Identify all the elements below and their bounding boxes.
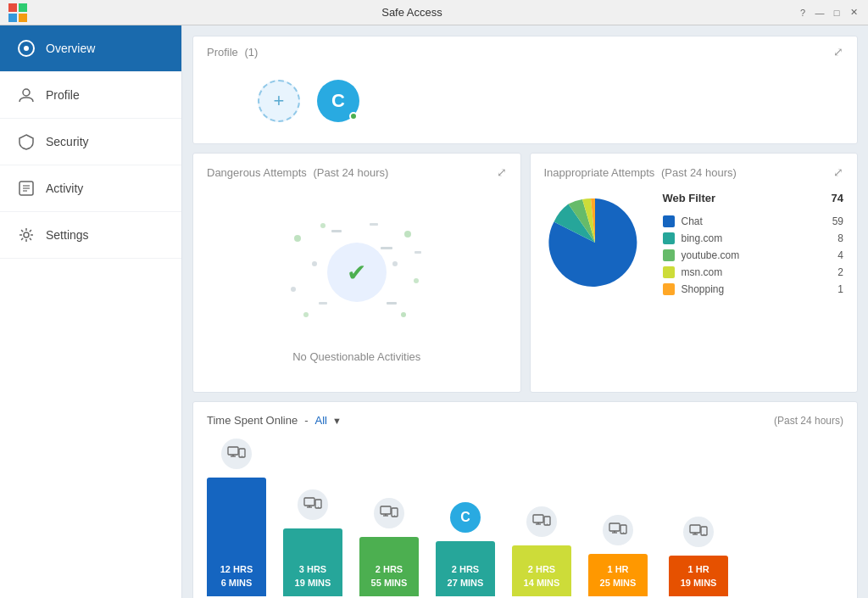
app-layout: Overview Profile Security: [0, 25, 868, 598]
svg-point-14: [312, 261, 317, 266]
sidebar-security-label: Security: [46, 135, 89, 148]
dangerous-chart: ✔ No Questionable Activities: [207, 187, 507, 380]
bar-esdras: 12 HRS 6 MINS: [207, 478, 266, 596]
svg-rect-1: [19, 3, 27, 12]
monitor-tablet-icon: [227, 446, 246, 461]
monitor-tablet-icon-6: [689, 524, 708, 539]
profile-expand-icon[interactable]: ⤢: [833, 45, 843, 59]
svg-rect-47: [609, 523, 620, 531]
legend-item-shopping: Shopping 1: [663, 281, 844, 298]
bar-sirach: 2 HRS 14 MINS: [512, 545, 571, 596]
monitor-tablet-icon-4: [532, 514, 551, 529]
sidebar-activity-label: Activity: [46, 182, 83, 195]
legend-color-bing: [663, 232, 675, 244]
security-icon: [17, 132, 36, 151]
legend-color-youtube: [663, 249, 675, 261]
avatar-children: C: [450, 502, 481, 533]
pie-chart: [544, 192, 646, 293]
profile-title: Profile (1): [207, 46, 258, 59]
legend-item-bing: bing.com 8: [663, 230, 844, 247]
svg-point-5: [24, 46, 29, 51]
time-period-label: (Past 24 hours): [774, 415, 843, 427]
sidebar-item-security[interactable]: Security: [0, 119, 181, 165]
svg-rect-23: [381, 247, 392, 249]
bar-item-iris3-pc: 1 HR 25 MINS IRIS3-PC: [588, 515, 648, 598]
bar-children: 2 HRS 27 MINS: [436, 541, 495, 596]
inappropriate-expand-icon[interactable]: ⤢: [833, 165, 843, 179]
bar-item-sirach: 2 HRS 14 MINS SIRACH: [512, 506, 571, 598]
dangerous-header: Dangerous Attempts (Past 24 hours) ⤢: [207, 165, 507, 179]
device-icon-esdras: [221, 439, 252, 469]
svg-point-13: [320, 223, 326, 228]
device-icon-iris3-pc: [603, 515, 633, 545]
svg-rect-25: [387, 302, 397, 305]
monitor-tablet-icon-2: [303, 497, 322, 512]
dangerous-expand-icon[interactable]: ⤢: [497, 165, 507, 179]
inappropriate-attempts-card: Inappropriate Attempts (Past 24 hours) ⤢: [530, 153, 859, 393]
sidebar-settings-label: Settings: [46, 228, 89, 242]
bar-item-kristys-air: 3 HRS 19 MINS Kristys-Air: [283, 489, 342, 598]
add-profile-button[interactable]: +: [258, 80, 300, 122]
device-icon-e6530: [374, 498, 404, 528]
overview-icon: [17, 39, 36, 58]
svg-point-12: [294, 235, 301, 242]
svg-point-16: [392, 261, 398, 266]
svg-point-19: [303, 312, 309, 317]
legend-color-chat: [663, 215, 675, 227]
bar-item-e6530: 2 HRS 55 MINS e6530: [359, 498, 419, 598]
sidebar-item-settings[interactable]: Settings: [0, 212, 181, 259]
sidebar: Overview Profile Security: [0, 25, 182, 598]
dangerous-title: Dangerous Attempts (Past 24 hours): [207, 166, 388, 179]
minimize-button[interactable]: —: [814, 7, 826, 19]
svg-rect-21: [331, 230, 342, 232]
device-icon-kristys-air: [298, 489, 328, 520]
device-icon-sirach: [526, 506, 557, 537]
monitor-tablet-icon-5: [609, 523, 627, 538]
bar-android-dhcp-12: 1 HR 19 MINS: [669, 556, 728, 596]
bar-e6530: 2 HRS 55 MINS: [359, 537, 419, 596]
bar-item-esdras: 12 HRS 6 MINS esdras: [207, 439, 266, 598]
time-spent-title-filter[interactable]: Time Spent Online - All ▼: [207, 414, 342, 427]
pie-legend: Web Filter 74 Chat 59: [663, 192, 844, 298]
svg-rect-32: [304, 498, 314, 506]
bar-item-android-dhcp-12: 1 HR 19 MINS android-dhcp-12: [665, 517, 732, 598]
time-spent-header: Time Spent Online - All ▼ (Past 24 hours…: [207, 414, 843, 427]
profile-icon: [17, 86, 36, 104]
help-button[interactable]: ?: [797, 7, 809, 19]
app-logo: [8, 3, 27, 22]
legend-item-chat: Chat 59: [663, 213, 844, 230]
svg-point-11: [24, 232, 29, 238]
svg-rect-26: [415, 251, 421, 254]
profile-content: + C: [207, 67, 843, 135]
check-icon: ✔: [347, 259, 366, 287]
sidebar-item-activity[interactable]: Activity: [0, 165, 181, 212]
main-content: Profile (1) ⤢ + C Dangerous Attempts: [182, 25, 868, 598]
sidebar-item-overview[interactable]: Overview: [0, 25, 181, 72]
dropdown-arrow-icon: ▼: [332, 416, 342, 426]
no-activity-circle: ✔: [327, 243, 387, 302]
sidebar-item-profile[interactable]: Profile: [0, 72, 181, 119]
legend-color-shopping: [663, 283, 675, 295]
window-controls[interactable]: ? — □ ✕: [797, 7, 860, 19]
dangerous-attempts-card: Dangerous Attempts (Past 24 hours) ⤢: [192, 153, 521, 393]
inappropriate-content: Web Filter 74 Chat 59: [544, 187, 844, 302]
svg-rect-52: [690, 525, 700, 533]
close-button[interactable]: ✕: [848, 7, 860, 19]
user-avatar[interactable]: C: [317, 80, 359, 122]
inappropriate-header: Inappropriate Attempts (Past 24 hours) ⤢: [544, 165, 844, 179]
sidebar-profile-label: Profile: [46, 88, 80, 102]
pie-svg: [544, 192, 646, 293]
no-activities-text: No Questionable Activities: [292, 350, 420, 363]
svg-rect-37: [381, 506, 391, 514]
attempts-row: Dangerous Attempts (Past 24 hours) ⤢: [192, 153, 858, 393]
titlebar: Safe Access ? — □ ✕: [0, 0, 868, 25]
device-icon-android-dhcp-12: [683, 517, 714, 547]
svg-rect-42: [533, 515, 543, 523]
scatter-container: ✔: [272, 204, 442, 340]
bar-kristys-air: 3 HRS 19 MINS: [283, 528, 342, 596]
bar-item-children: C 2 HRS 27 MINS Children: [436, 502, 495, 598]
svg-point-18: [291, 287, 296, 292]
activity-icon: [17, 179, 36, 198]
svg-rect-27: [228, 447, 238, 455]
maximize-button[interactable]: □: [831, 7, 843, 19]
